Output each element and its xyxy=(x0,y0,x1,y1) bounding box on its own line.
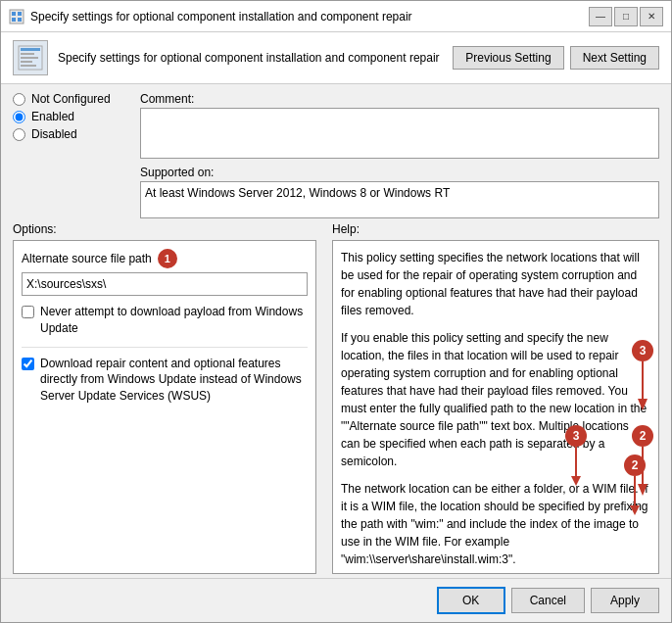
header-title: Specify settings for optional component … xyxy=(58,51,453,65)
supported-label: Supported on: xyxy=(140,166,659,179)
supported-section: Supported on: At least Windows Server 20… xyxy=(140,166,659,218)
comment-textarea[interactable] xyxy=(140,108,659,159)
window-body: Not Configured Enabled Disabled Comment: xyxy=(1,84,671,622)
svg-rect-10 xyxy=(21,65,36,67)
help-para-3: The network location can be either a fol… xyxy=(341,480,650,568)
options-box: Alternate source file path1Never attempt… xyxy=(13,240,316,574)
window-icon xyxy=(9,9,24,24)
main-window: Specify settings for optional component … xyxy=(0,0,672,623)
dialog-header: Specify settings for optional component … xyxy=(1,32,671,84)
help-para-2: If you enable this policy setting and sp… xyxy=(341,329,650,470)
disabled-row: Disabled xyxy=(13,127,140,141)
not-configured-label: Not Configured xyxy=(31,92,111,106)
next-setting-button[interactable]: Next Setting xyxy=(570,46,659,70)
checkbox2-label: Download repair content and optional fea… xyxy=(40,356,308,405)
previous-setting-button[interactable]: Previous Setting xyxy=(453,46,563,70)
direct-update-checkbox[interactable] xyxy=(22,358,34,370)
svg-rect-3 xyxy=(12,18,16,22)
alternate-path-label: Alternate source file path xyxy=(22,252,152,265)
svg-rect-2 xyxy=(18,12,22,16)
help-content[interactable]: This policy setting specifies the networ… xyxy=(332,240,659,574)
help-panel: Help: This policy setting specifies the … xyxy=(332,222,659,574)
supported-value: At least Windows Server 2012, Windows 8 … xyxy=(140,181,659,218)
enabled-radio[interactable] xyxy=(13,111,25,123)
options-label: Options: xyxy=(13,222,316,236)
help-para-1: This policy setting specifies the networ… xyxy=(341,249,650,319)
options-panel: Options: Alternate source file path1Neve… xyxy=(13,222,316,574)
maximize-button[interactable]: □ xyxy=(614,7,638,26)
disabled-radio[interactable] xyxy=(13,128,25,141)
cancel-button[interactable]: Cancel xyxy=(511,588,585,613)
no-windows-update-checkbox[interactable] xyxy=(22,306,34,318)
ok-button[interactable]: OK xyxy=(437,587,505,614)
comment-section: Comment: xyxy=(140,92,659,162)
enabled-row: Enabled xyxy=(13,110,140,123)
svg-rect-8 xyxy=(21,57,38,59)
help-label: Help: xyxy=(332,222,659,236)
bottom-bar: OK Cancel Apply xyxy=(1,578,671,622)
svg-rect-9 xyxy=(21,61,32,63)
comment-label: Comment: xyxy=(140,92,659,106)
svg-rect-4 xyxy=(18,18,22,22)
header-buttons: Previous Setting Next Setting xyxy=(453,46,659,70)
close-button[interactable]: ✕ xyxy=(640,7,663,26)
header-icon xyxy=(13,40,48,75)
svg-rect-6 xyxy=(21,48,40,51)
alternate-path-input[interactable] xyxy=(22,272,308,296)
annotation-badge-1: 1 xyxy=(158,249,177,268)
not-configured-row: Not Configured xyxy=(13,92,140,106)
enabled-label: Enabled xyxy=(31,110,74,123)
minimize-button[interactable]: — xyxy=(589,7,612,26)
disabled-label: Disabled xyxy=(31,127,77,141)
window-title: Specify settings for optional component … xyxy=(30,10,589,24)
radio-section: Not Configured Enabled Disabled xyxy=(13,92,140,141)
apply-button[interactable]: Apply xyxy=(591,588,659,613)
title-controls: — □ ✕ xyxy=(589,7,663,26)
svg-rect-1 xyxy=(12,12,16,16)
checkbox1-label: Never attempt to download payload from W… xyxy=(40,304,308,337)
not-configured-radio[interactable] xyxy=(13,93,25,106)
title-bar: Specify settings for optional component … xyxy=(1,1,671,32)
svg-rect-7 xyxy=(21,53,34,55)
